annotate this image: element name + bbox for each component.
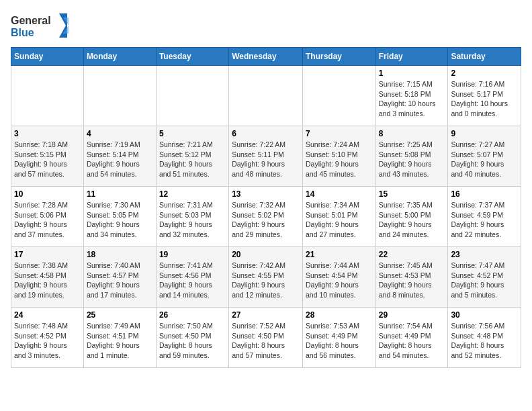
calendar-cell: 16Sunrise: 7:37 AM Sunset: 4:59 PM Dayli… (448, 187, 521, 247)
day-header-tuesday: Tuesday (156, 48, 228, 66)
calendar-cell (302, 66, 375, 126)
day-header-thursday: Thursday (302, 48, 375, 66)
day-header-sunday: Sunday (11, 48, 84, 66)
svg-text:Blue: Blue (11, 27, 34, 38)
calendar-week-4: 17Sunrise: 7:38 AM Sunset: 4:58 PM Dayli… (11, 247, 521, 308)
day-number: 11 (87, 189, 153, 199)
calendar-cell: 6Sunrise: 7:22 AM Sunset: 5:11 PM Daylig… (229, 126, 303, 187)
day-number: 30 (451, 310, 518, 320)
calendar-cell: 11Sunrise: 7:30 AM Sunset: 5:05 PM Dayli… (83, 187, 156, 247)
calendar-cell: 9Sunrise: 7:27 AM Sunset: 5:07 PM Daylig… (448, 126, 521, 187)
day-info: Sunrise: 7:56 AM Sunset: 4:48 PM Dayligh… (451, 321, 518, 361)
calendar-cell: 21Sunrise: 7:44 AM Sunset: 4:54 PM Dayli… (302, 247, 375, 308)
day-number: 6 (232, 129, 300, 138)
day-header-wednesday: Wednesday (229, 48, 303, 66)
day-number: 16 (451, 189, 518, 199)
day-number: 22 (379, 250, 445, 259)
day-header-friday: Friday (375, 48, 448, 66)
day-info: Sunrise: 7:38 AM Sunset: 4:58 PM Dayligh… (14, 261, 81, 300)
calendar-cell: 14Sunrise: 7:34 AM Sunset: 5:01 PM Dayli… (302, 187, 375, 247)
day-number: 19 (159, 250, 226, 259)
day-info: Sunrise: 7:44 AM Sunset: 4:54 PM Dayligh… (306, 261, 373, 300)
day-number: 2 (451, 68, 518, 78)
calendar-cell: 1Sunrise: 7:15 AM Sunset: 5:18 PM Daylig… (375, 66, 448, 126)
calendar-week-5: 24Sunrise: 7:48 AM Sunset: 4:52 PM Dayli… (11, 308, 521, 368)
calendar-cell: 27Sunrise: 7:52 AM Sunset: 4:50 PM Dayli… (229, 308, 303, 368)
day-number: 25 (87, 310, 153, 320)
calendar-cell: 19Sunrise: 7:41 AM Sunset: 4:56 PM Dayli… (156, 247, 228, 308)
day-number: 12 (159, 189, 226, 199)
calendar-cell: 15Sunrise: 7:35 AM Sunset: 5:00 PM Dayli… (375, 187, 448, 247)
day-number: 7 (306, 129, 373, 138)
calendar-week-3: 10Sunrise: 7:28 AM Sunset: 5:06 PM Dayli… (11, 187, 521, 247)
calendar-cell: 23Sunrise: 7:47 AM Sunset: 4:52 PM Dayli… (448, 247, 521, 308)
calendar-cell: 26Sunrise: 7:50 AM Sunset: 4:50 PM Dayli… (156, 308, 228, 368)
logo-svg: General Blue (11, 11, 71, 40)
calendar-cell: 22Sunrise: 7:45 AM Sunset: 4:53 PM Dayli… (375, 247, 448, 308)
calendar-header: SundayMondayTuesdayWednesdayThursdayFrid… (11, 48, 521, 66)
day-info: Sunrise: 7:25 AM Sunset: 5:08 PM Dayligh… (379, 140, 445, 179)
calendar-cell: 10Sunrise: 7:28 AM Sunset: 5:06 PM Dayli… (11, 187, 84, 247)
day-info: Sunrise: 7:30 AM Sunset: 5:05 PM Dayligh… (87, 200, 153, 240)
day-info: Sunrise: 7:50 AM Sunset: 4:50 PM Dayligh… (159, 321, 226, 361)
day-info: Sunrise: 7:37 AM Sunset: 4:59 PM Dayligh… (451, 200, 518, 240)
calendar-cell: 2Sunrise: 7:16 AM Sunset: 5:17 PM Daylig… (448, 66, 521, 126)
day-info: Sunrise: 7:28 AM Sunset: 5:06 PM Dayligh… (14, 200, 81, 240)
day-number: 13 (232, 189, 300, 199)
svg-marker-2 (59, 13, 67, 38)
calendar-cell: 29Sunrise: 7:54 AM Sunset: 4:49 PM Dayli… (375, 308, 448, 368)
calendar-cell: 8Sunrise: 7:25 AM Sunset: 5:08 PM Daylig… (375, 126, 448, 187)
calendar-week-2: 3Sunrise: 7:18 AM Sunset: 5:15 PM Daylig… (11, 126, 521, 187)
calendar-week-1: 1Sunrise: 7:15 AM Sunset: 5:18 PM Daylig… (11, 66, 521, 126)
calendar-cell: 18Sunrise: 7:40 AM Sunset: 4:57 PM Dayli… (83, 247, 156, 308)
day-number: 17 (14, 250, 81, 259)
calendar-cell: 7Sunrise: 7:24 AM Sunset: 5:10 PM Daylig… (302, 126, 375, 187)
day-info: Sunrise: 7:21 AM Sunset: 5:12 PM Dayligh… (159, 140, 226, 179)
day-number: 21 (306, 250, 373, 259)
day-header-saturday: Saturday (448, 48, 521, 66)
day-number: 10 (14, 189, 81, 199)
day-number: 29 (379, 310, 445, 320)
day-number: 5 (159, 129, 226, 138)
day-info: Sunrise: 7:53 AM Sunset: 4:49 PM Dayligh… (306, 321, 373, 361)
calendar-cell (83, 66, 156, 126)
calendar-cell (11, 66, 84, 126)
day-number: 9 (451, 129, 518, 138)
day-info: Sunrise: 7:41 AM Sunset: 4:56 PM Dayligh… (159, 261, 226, 300)
svg-text:General: General (11, 15, 51, 26)
day-info: Sunrise: 7:15 AM Sunset: 5:18 PM Dayligh… (379, 79, 445, 119)
calendar-cell: 30Sunrise: 7:56 AM Sunset: 4:48 PM Dayli… (448, 308, 521, 368)
day-info: Sunrise: 7:18 AM Sunset: 5:15 PM Dayligh… (14, 140, 81, 179)
calendar-cell: 12Sunrise: 7:31 AM Sunset: 5:03 PM Dayli… (156, 187, 228, 247)
calendar-cell: 28Sunrise: 7:53 AM Sunset: 4:49 PM Dayli… (302, 308, 375, 368)
day-number: 4 (87, 129, 153, 138)
calendar-cell: 4Sunrise: 7:19 AM Sunset: 5:14 PM Daylig… (83, 126, 156, 187)
day-info: Sunrise: 7:31 AM Sunset: 5:03 PM Dayligh… (159, 200, 226, 240)
day-info: Sunrise: 7:40 AM Sunset: 4:57 PM Dayligh… (87, 261, 153, 300)
page-header: General Blue (11, 11, 521, 40)
calendar-cell: 5Sunrise: 7:21 AM Sunset: 5:12 PM Daylig… (156, 126, 228, 187)
calendar-cell: 13Sunrise: 7:32 AM Sunset: 5:02 PM Dayli… (229, 187, 303, 247)
calendar: SundayMondayTuesdayWednesdayThursdayFrid… (11, 47, 521, 368)
day-number: 1 (379, 68, 445, 78)
day-info: Sunrise: 7:22 AM Sunset: 5:11 PM Dayligh… (232, 140, 300, 179)
day-info: Sunrise: 7:45 AM Sunset: 4:53 PM Dayligh… (379, 261, 445, 300)
day-info: Sunrise: 7:34 AM Sunset: 5:01 PM Dayligh… (306, 200, 373, 240)
day-info: Sunrise: 7:32 AM Sunset: 5:02 PM Dayligh… (232, 200, 300, 240)
day-number: 3 (14, 129, 81, 138)
logo: General Blue (11, 11, 71, 40)
day-number: 20 (232, 250, 300, 259)
day-number: 14 (306, 189, 373, 199)
day-number: 27 (232, 310, 300, 320)
calendar-cell: 3Sunrise: 7:18 AM Sunset: 5:15 PM Daylig… (11, 126, 84, 187)
day-info: Sunrise: 7:16 AM Sunset: 5:17 PM Dayligh… (451, 79, 518, 119)
day-number: 18 (87, 250, 153, 259)
day-info: Sunrise: 7:42 AM Sunset: 4:55 PM Dayligh… (232, 261, 300, 300)
day-info: Sunrise: 7:35 AM Sunset: 5:00 PM Dayligh… (379, 200, 445, 240)
day-info: Sunrise: 7:48 AM Sunset: 4:52 PM Dayligh… (14, 321, 81, 361)
day-number: 24 (14, 310, 81, 320)
day-info: Sunrise: 7:27 AM Sunset: 5:07 PM Dayligh… (451, 140, 518, 179)
calendar-cell: 24Sunrise: 7:48 AM Sunset: 4:52 PM Dayli… (11, 308, 84, 368)
calendar-cell: 25Sunrise: 7:49 AM Sunset: 4:51 PM Dayli… (83, 308, 156, 368)
calendar-cell: 20Sunrise: 7:42 AM Sunset: 4:55 PM Dayli… (229, 247, 303, 308)
